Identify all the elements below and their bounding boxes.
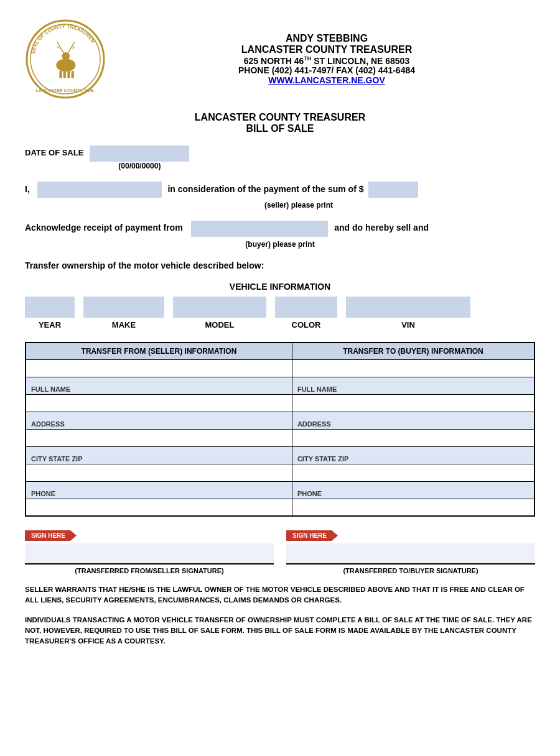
buyer-address-input[interactable] xyxy=(292,429,534,446)
buyer-signature-line[interactable] xyxy=(286,543,535,565)
disclaimer-2: INDIVIDUALS TRANSACTING A MOTOR VEHICLE … xyxy=(25,615,535,647)
seller-citystatzip-input[interactable] xyxy=(26,464,292,481)
svg-rect-14 xyxy=(63,71,66,78)
buyer-citystatzip-label: CITY STATE ZIP xyxy=(292,446,534,464)
vehicle-fields-row: YEAR MAKE MODEL COLOR VIN xyxy=(25,297,535,330)
vehicle-color-field: COLOR xyxy=(275,297,337,330)
doc-title-line1: LANCASTER COUNTY TREASURER xyxy=(25,112,535,123)
seller-signature-label: (TRANSFERRED FROM/SELLER SIGNATURE) xyxy=(25,567,274,574)
vehicle-vin-input[interactable] xyxy=(346,297,470,318)
seller-fullname-label: FULL NAME xyxy=(26,377,292,394)
vehicle-model-label: MODEL xyxy=(205,320,235,330)
buyer-signature-block: SIGN HERE (TRANSFERRED TO/BUYER SIGNATUR… xyxy=(286,529,535,574)
vehicle-year-field: YEAR xyxy=(25,297,75,330)
svg-line-8 xyxy=(57,47,60,48)
table-row: PHONE PHONE xyxy=(26,481,534,499)
buyer-suffix: and do hereby sell and xyxy=(334,223,429,233)
vehicle-make-label: MAKE xyxy=(112,320,136,330)
treasurer-phone: PHONE (402) 441-7497/ FAX (402) 441-6484 xyxy=(118,65,535,75)
vehicle-section-title: VEHICLE INFORMATION xyxy=(25,282,535,292)
vehicle-color-input[interactable] xyxy=(275,297,337,318)
treasurer-name: ANDY STEBBING xyxy=(118,33,535,44)
date-label: DATE OF SALE xyxy=(25,145,83,157)
vehicle-color-label: COLOR xyxy=(292,320,321,330)
seller-citystatzip-label: CITY STATE ZIP xyxy=(26,446,292,464)
table-row xyxy=(26,429,534,446)
treasurer-website: WWW.LANCASTER.NE.GOV xyxy=(118,75,535,85)
seller-info-header: TRANSFER FROM (SELLER) INFORMATION xyxy=(26,343,292,360)
table-row xyxy=(26,464,534,481)
date-input[interactable] xyxy=(90,145,189,162)
seller-name-input[interactable] xyxy=(37,182,162,198)
svg-rect-16 xyxy=(72,71,74,78)
svg-line-5 xyxy=(59,46,63,53)
svg-rect-13 xyxy=(59,71,62,78)
vehicle-model-input[interactable] xyxy=(173,297,266,318)
vehicle-section: VEHICLE INFORMATION YEAR MAKE MODEL COLO… xyxy=(25,282,535,330)
vehicle-vin-field: VIN xyxy=(346,297,470,330)
seller-phone-label: PHONE xyxy=(26,481,292,499)
svg-text:LANCASTER COUNTY, NEB.: LANCASTER COUNTY, NEB. xyxy=(36,88,95,93)
vehicle-year-label: YEAR xyxy=(39,320,61,330)
buyer-fullname-input[interactable] xyxy=(292,394,534,412)
transfer-info-table: TRANSFER FROM (SELLER) INFORMATION TRANS… xyxy=(25,342,535,517)
seller-suffix: in consideration of the payment of the s… xyxy=(167,184,363,194)
buyer-sign-here-btn[interactable]: SIGN HERE xyxy=(286,530,338,541)
date-of-sale-section: DATE OF SALE (00/00/0000) xyxy=(25,145,535,170)
table-row: ADDRESS ADDRESS xyxy=(26,412,534,429)
svg-line-7 xyxy=(58,43,60,45)
buyer-section: Acknowledge receipt of payment from and … xyxy=(25,219,535,251)
seller-phone-input[interactable] xyxy=(26,499,292,516)
seller-sub-label: (seller) please print xyxy=(62,198,535,213)
doc-title-line2: BILL OF SALE xyxy=(25,123,535,134)
vehicle-vin-label: VIN xyxy=(401,320,415,330)
buyer-prefix: Acknowledge receipt of payment from xyxy=(25,223,183,233)
seller-signature-line[interactable] xyxy=(25,543,274,565)
buyer-signature-label: (TRANSFERRED TO/BUYER SIGNATURE) xyxy=(286,567,535,574)
buyer-info-header: TRANSFER TO (BUYER) INFORMATION xyxy=(292,343,534,360)
transfer-ownership-text: Transfer ownership of the motor vehicle … xyxy=(25,260,535,270)
date-format: (00/00/0000) xyxy=(118,162,161,170)
document-title: LANCASTER COUNTY TREASURER BILL OF SALE xyxy=(25,112,535,134)
seller-address-label: ADDRESS xyxy=(26,412,292,429)
buyer-phone-input[interactable] xyxy=(292,499,534,516)
signature-section: SIGN HERE (TRANSFERRED FROM/SELLER SIGNA… xyxy=(25,529,535,574)
buyer-phone-label: PHONE xyxy=(292,481,534,499)
vehicle-year-input[interactable] xyxy=(25,297,75,318)
seller-address-input[interactable] xyxy=(26,429,292,446)
table-row xyxy=(26,394,534,412)
svg-line-11 xyxy=(72,43,74,45)
buyer-fullname-label: FULL NAME xyxy=(292,377,534,394)
vehicle-model-field: MODEL xyxy=(173,297,266,330)
seller-fullname-input[interactable] xyxy=(26,394,292,412)
buyer-sub-label: (buyer) please print xyxy=(25,237,535,252)
table-row: CITY STATE ZIP CITY STATE ZIP xyxy=(26,446,534,464)
svg-rect-4 xyxy=(64,58,67,62)
header: SEAL OF COUNTY TREASURER LANCASTER COUNT… xyxy=(25,19,535,99)
payment-amount-input[interactable] xyxy=(368,182,418,198)
seller-sign-here-btn[interactable]: SIGN HERE xyxy=(25,530,77,541)
svg-text:SEAL OF COUNTY TREASURER: SEAL OF COUNTY TREASURER xyxy=(30,24,96,55)
buyer-name-input[interactable] xyxy=(191,221,328,237)
date-field-group: (00/00/0000) xyxy=(90,145,189,170)
county-seal: SEAL OF COUNTY TREASURER LANCASTER COUNT… xyxy=(25,19,106,99)
svg-line-9 xyxy=(68,46,72,53)
seller-section: I, in consideration of the payment of th… xyxy=(25,180,535,213)
table-row: FULL NAME FULL NAME xyxy=(26,377,534,394)
vehicle-make-field: MAKE xyxy=(83,297,164,330)
table-row xyxy=(26,499,534,516)
buyer-address-label: ADDRESS xyxy=(292,412,534,429)
svg-rect-15 xyxy=(67,71,70,78)
table-row xyxy=(26,359,534,377)
header-text-block: ANDY STEBBING LANCASTER COUNTY TREASURER… xyxy=(118,33,535,86)
svg-line-12 xyxy=(72,47,75,48)
vehicle-make-input[interactable] xyxy=(83,297,164,318)
disclaimer-1: SELLER WARRANTS THAT HE/SHE IS THE LAWFU… xyxy=(25,584,535,606)
buyer-citystatzip-input[interactable] xyxy=(292,464,534,481)
seller-signature-block: SIGN HERE (TRANSFERRED FROM/SELLER SIGNA… xyxy=(25,529,274,574)
treasurer-address: 625 NORTH 46TH ST LINCOLN, NE 68503 xyxy=(118,55,535,66)
seller-prefix: I, xyxy=(25,184,30,194)
treasurer-title: LANCASTER COUNTY TREASURER xyxy=(118,44,535,55)
